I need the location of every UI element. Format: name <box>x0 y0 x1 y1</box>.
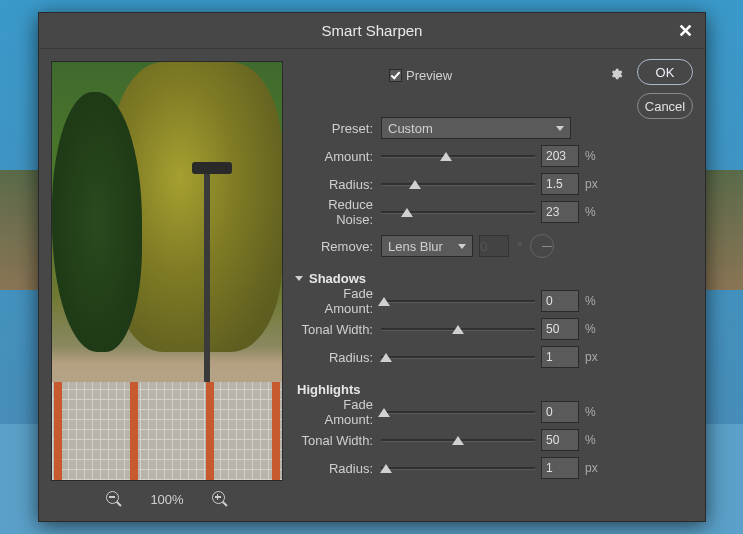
chevron-down-icon <box>458 244 466 249</box>
remove-label: Remove: <box>295 239 381 254</box>
highlights-radius-label: Radius: <box>295 461 381 476</box>
zoom-level[interactable]: 100% <box>150 492 183 507</box>
shadows-radius-unit: px <box>585 350 605 364</box>
amount-field[interactable] <box>541 145 579 167</box>
highlights-fade-unit: % <box>585 405 605 419</box>
radius-field[interactable] <box>541 173 579 195</box>
chevron-down-icon <box>556 126 564 131</box>
highlights-radius-slider[interactable] <box>381 457 535 479</box>
reduce-noise-unit: % <box>585 205 605 219</box>
close-button[interactable]: ✕ <box>673 19 697 43</box>
preset-label: Preset: <box>295 121 381 136</box>
preset-value: Custom <box>388 121 433 136</box>
shadows-tonal-label: Tonal Width: <box>295 322 381 337</box>
preview-image[interactable] <box>51 61 283 481</box>
highlights-tonal-field[interactable] <box>541 429 579 451</box>
radius-slider[interactable] <box>381 173 535 195</box>
close-icon: ✕ <box>678 20 693 42</box>
check-icon <box>391 69 401 79</box>
reduce-noise-field[interactable] <box>541 201 579 223</box>
shadows-radius-field[interactable] <box>541 346 579 368</box>
highlights-tonal-label: Tonal Width: <box>295 433 381 448</box>
reduce-noise-slider[interactable] <box>381 201 535 223</box>
dialog-title: Smart Sharpen <box>322 22 423 39</box>
highlights-fade-field[interactable] <box>541 401 579 423</box>
highlights-tonal-slider[interactable] <box>381 429 535 451</box>
disclosure-icon <box>295 276 303 281</box>
radius-label: Radius: <box>295 177 381 192</box>
zoom-in-icon[interactable] <box>212 491 228 507</box>
shadows-fade-unit: % <box>585 294 605 308</box>
shadows-fade-slider[interactable] <box>381 290 535 312</box>
highlights-header[interactable]: Highlights <box>295 382 693 397</box>
highlights-radius-unit: px <box>585 461 605 475</box>
remove-select[interactable]: Lens Blur <box>381 235 473 257</box>
shadows-title: Shadows <box>309 271 366 286</box>
preview-checkbox[interactable] <box>389 69 402 82</box>
highlights-title: Highlights <box>297 382 361 397</box>
amount-slider[interactable] <box>381 145 535 167</box>
reduce-noise-label: Reduce Noise: <box>295 197 381 227</box>
shadows-tonal-unit: % <box>585 322 605 336</box>
titlebar: Smart Sharpen ✕ <box>39 13 705 49</box>
highlights-radius-field[interactable] <box>541 457 579 479</box>
shadows-tonal-field[interactable] <box>541 318 579 340</box>
highlights-tonal-unit: % <box>585 433 605 447</box>
preset-select[interactable]: Custom <box>381 117 571 139</box>
shadows-radius-slider[interactable] <box>381 346 535 368</box>
angle-dial[interactable] <box>530 234 554 258</box>
shadows-header[interactable]: Shadows <box>295 271 693 286</box>
radius-unit: px <box>585 177 605 191</box>
amount-label: Amount: <box>295 149 381 164</box>
cancel-button[interactable]: Cancel <box>637 93 693 119</box>
angle-field[interactable] <box>479 235 509 257</box>
highlights-fade-slider[interactable] <box>381 401 535 423</box>
highlights-fade-label: Fade Amount: <box>295 397 381 427</box>
zoom-out-icon[interactable] <box>106 491 122 507</box>
shadows-tonal-slider[interactable] <box>381 318 535 340</box>
shadows-radius-label: Radius: <box>295 350 381 365</box>
smart-sharpen-dialog: Smart Sharpen ✕ 100% <box>38 12 706 522</box>
degree-label: ° <box>517 239 522 254</box>
shadows-fade-field[interactable] <box>541 290 579 312</box>
preview-label: Preview <box>406 68 452 83</box>
amount-unit: % <box>585 149 605 163</box>
gear-icon[interactable] <box>609 67 623 81</box>
shadows-fade-label: Fade Amount: <box>295 286 381 316</box>
ok-button[interactable]: OK <box>637 59 693 85</box>
remove-value: Lens Blur <box>388 239 443 254</box>
